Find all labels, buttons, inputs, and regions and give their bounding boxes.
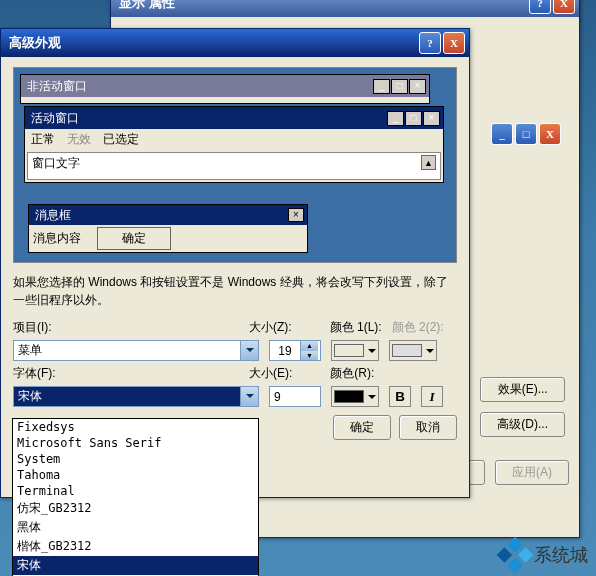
inner-window-controls: _ □ X: [491, 123, 561, 145]
display-controls: ? X: [529, 0, 575, 14]
color2-picker: [389, 340, 437, 361]
menu-disabled: 无效: [67, 131, 91, 148]
messagebox-text: 消息内容: [33, 230, 81, 247]
close-icon: ×: [288, 208, 304, 222]
messagebox-ok-button: 确定: [97, 227, 171, 250]
font-option[interactable]: System: [13, 451, 258, 467]
font-option[interactable]: 楷体_GB2312: [13, 537, 258, 556]
help-button[interactable]: ?: [419, 32, 441, 54]
size2-label: 大小(E):: [249, 365, 292, 382]
maximize-icon: □: [391, 79, 408, 94]
color1-picker[interactable]: [331, 340, 379, 361]
minimize-icon: _: [373, 79, 390, 94]
item-combo[interactable]: [13, 340, 259, 361]
item-label: 项目(I):: [13, 319, 71, 336]
help-button[interactable]: ?: [529, 0, 551, 14]
spin-down-icon[interactable]: ▼: [300, 351, 318, 361]
adv-titlebar: 高级外观 ? X: [1, 29, 469, 57]
appearance-side-buttons: 效果(E)... 高级(D)...: [480, 377, 565, 437]
color2-label: 颜色 2(2):: [392, 319, 444, 336]
close-icon: ×: [409, 79, 426, 94]
inactive-window-controls: _ □ ×: [373, 79, 426, 94]
display-title: 显示 属性: [119, 0, 175, 12]
preview-pane: 非活动窗口 _ □ × 活动窗口 _ □ ×: [13, 67, 457, 263]
font-option[interactable]: Tahoma: [13, 467, 258, 483]
inactive-window: 非活动窗口 _ □ ×: [20, 74, 430, 104]
size1-label: 大小(Z):: [249, 319, 292, 336]
scroll-up-icon: ▲: [421, 155, 436, 170]
active-window-controls: _ □ ×: [387, 111, 440, 126]
font-color-picker[interactable]: [331, 386, 379, 407]
chevron-down-icon[interactable]: [240, 341, 258, 360]
maximize-button[interactable]: □: [515, 123, 537, 145]
maximize-icon: □: [405, 111, 422, 126]
item-input[interactable]: [14, 341, 240, 360]
menu-normal: 正常: [31, 131, 55, 148]
size1-input[interactable]: [270, 341, 300, 360]
font-option[interactable]: 仿宋_GB2312: [13, 499, 258, 518]
minimize-icon: _: [387, 111, 404, 126]
font-option[interactable]: 宋体: [13, 556, 258, 575]
hint-text: 如果您选择的 Windows 和按钮设置不是 Windows 经典，将会改写下列…: [13, 273, 457, 309]
italic-button[interactable]: I: [421, 386, 443, 407]
colorf-label: 颜色(R):: [330, 365, 374, 382]
close-button[interactable]: X: [443, 32, 465, 54]
font-combo[interactable]: [13, 386, 259, 407]
active-window: 活动窗口 _ □ × 正常 无效 已选定 窗口文字 ▲: [24, 106, 444, 183]
font-option[interactable]: Fixedsys: [13, 419, 258, 435]
spin-up-icon[interactable]: ▲: [300, 341, 318, 351]
preview-window-text: 窗口文字 ▲: [27, 152, 441, 180]
watermark-logo-icon: [497, 537, 534, 574]
close-button[interactable]: X: [553, 0, 575, 14]
close-icon: ×: [423, 111, 440, 126]
chevron-down-icon[interactable]: [240, 387, 258, 406]
font-dropdown-list[interactable]: FixedsysMicrosoft Sans SerifSystemTahoma…: [12, 418, 259, 576]
active-window-title: 活动窗口: [31, 110, 79, 127]
effects-button[interactable]: 效果(E)...: [480, 377, 565, 402]
font-option[interactable]: 黑体: [13, 518, 258, 537]
messagebox-title: 消息框: [35, 207, 71, 224]
watermark: 系统城: [502, 542, 588, 568]
preview-menu: 正常 无效 已选定: [25, 129, 443, 150]
advanced-button[interactable]: 高级(D)...: [480, 412, 565, 437]
display-titlebar: 显示 属性 ? X: [111, 0, 579, 17]
adv-title: 高级外观: [9, 34, 61, 52]
font-option[interactable]: Terminal: [13, 483, 258, 499]
apply-button[interactable]: 应用(A): [495, 460, 569, 485]
color1-label: 颜色 1(L):: [330, 319, 382, 336]
cancel-button[interactable]: 取消: [399, 415, 457, 440]
size1-spinner[interactable]: ▲▼: [269, 340, 321, 361]
ok-button[interactable]: 确定: [333, 415, 391, 440]
adv-controls: ? X: [419, 32, 465, 54]
size2-combo[interactable]: [269, 386, 321, 407]
watermark-text: 系统城: [534, 543, 588, 567]
menu-selected: 已选定: [103, 131, 139, 148]
font-label: 字体(F):: [13, 365, 71, 382]
bold-button[interactable]: B: [389, 386, 411, 407]
minimize-button[interactable]: _: [491, 123, 513, 145]
inactive-window-title: 非活动窗口: [27, 78, 87, 95]
font-input[interactable]: [14, 387, 240, 406]
preview-messagebox: 消息框 × 消息内容 确定: [28, 204, 308, 253]
font-option[interactable]: Microsoft Sans Serif: [13, 435, 258, 451]
close-button[interactable]: X: [539, 123, 561, 145]
